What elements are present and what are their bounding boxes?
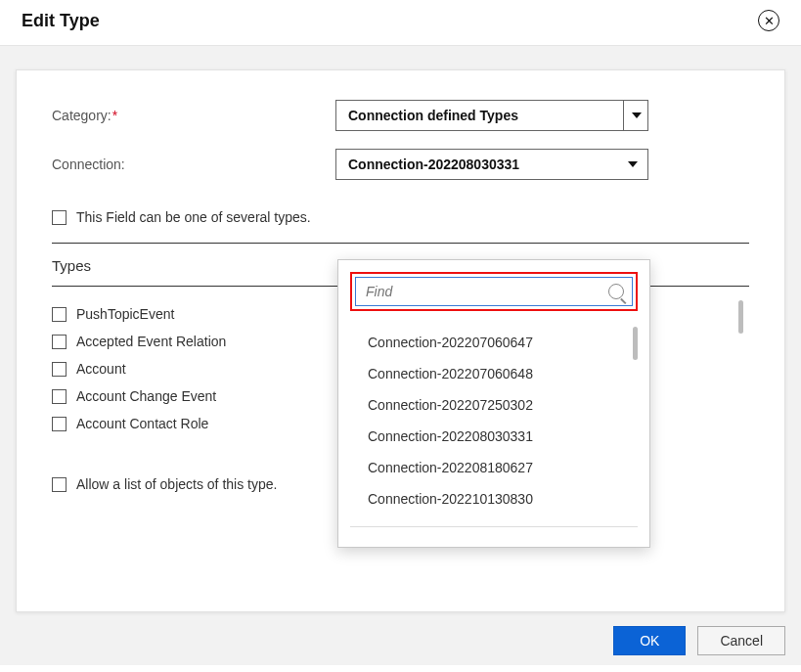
type-checkbox[interactable] (52, 389, 67, 404)
category-label: Category:* (52, 108, 335, 123)
category-select-value: Connection defined Types (348, 108, 518, 123)
category-select[interactable]: Connection defined Types (335, 100, 648, 131)
connection-dropdown: Connection-202207060647 Connection-20220… (337, 259, 650, 548)
search-highlight (350, 272, 638, 311)
connection-option[interactable]: Connection-202208180627 (368, 452, 620, 483)
several-types-label: This Field can be one of several types. (76, 209, 311, 225)
type-label: Accepted Event Relation (76, 334, 226, 349)
type-checkbox[interactable] (52, 335, 67, 349)
type-checkbox[interactable] (52, 417, 67, 431)
ok-button[interactable]: OK (613, 626, 686, 655)
types-scrollbar[interactable] (738, 300, 743, 334)
several-types-checkbox[interactable] (52, 210, 67, 225)
connection-select[interactable]: Connection-202208030331 (335, 149, 648, 180)
connection-option[interactable]: Connection-202210130830 (368, 483, 620, 515)
type-label: Account Change Event (76, 388, 216, 404)
allow-list-checkbox[interactable] (52, 477, 67, 492)
connection-search-input[interactable] (364, 283, 602, 300)
type-checkbox[interactable] (52, 362, 67, 377)
close-button[interactable]: ✕ (758, 10, 779, 31)
type-checkbox[interactable] (52, 307, 67, 322)
connection-select-value: Connection-202208030331 (348, 157, 519, 172)
required-indicator: * (112, 108, 117, 123)
type-label: Account Contact Role (76, 416, 208, 431)
connection-label: Connection: (52, 157, 335, 172)
type-label: PushTopicEvent (76, 306, 174, 322)
search-icon (608, 284, 624, 299)
close-icon: ✕ (764, 15, 775, 27)
edit-type-panel: Category:* Connection defined Types Conn… (16, 69, 785, 612)
connection-option[interactable]: Connection-202207060647 (368, 327, 620, 358)
dropdown-scrollbar[interactable] (633, 327, 638, 360)
type-label: Account (76, 361, 126, 377)
divider (52, 243, 749, 244)
connection-option[interactable]: Connection-202208030331 (368, 421, 620, 452)
connection-option[interactable]: Connection-202207250302 (368, 389, 620, 421)
connection-options-list: Connection-202207060647 Connection-20220… (350, 327, 638, 527)
allow-list-label: Allow a list of objects of this type. (76, 476, 277, 492)
chevron-down-icon (628, 161, 638, 167)
cancel-button[interactable]: Cancel (697, 626, 785, 655)
chevron-down-icon (632, 112, 642, 118)
dialog-title: Edit Type (22, 11, 100, 31)
several-types-checkbox-row[interactable]: This Field can be one of several types. (52, 203, 749, 231)
connection-option[interactable]: Connection-202207060648 (368, 358, 620, 389)
